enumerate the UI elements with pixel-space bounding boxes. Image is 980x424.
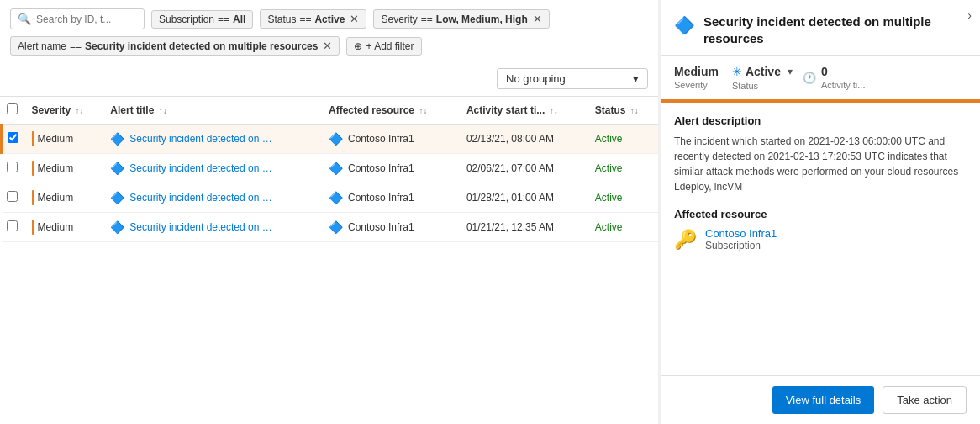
filter-chip-subscription: Subscription == All [151,10,253,29]
filter-chip-severity-close[interactable]: ✕ [533,13,542,25]
header-affected-resource: Affected resource ↑↓ [324,97,461,125]
affected-resource-sort-icon[interactable]: ↑↓ [419,106,427,115]
resource-icon-3: 🔷 [329,220,343,234]
panel-activity-count: 0 [821,65,866,78]
panel-status-value-row: ✳ Active ▾ [732,64,796,79]
header-activity-start: Activity start ti... ↑↓ [461,97,590,125]
status-spinner-icon: ✳ [732,65,742,78]
table-row[interactable]: Medium 🔷 Security incident detected on m… [2,154,659,183]
alert-icon-0: 🔷 [110,132,124,146]
alert-title-text-3: Security incident detected on m... [129,221,272,233]
filter-chip-alert-name-label: Alert name [18,40,66,52]
panel-status-label: Status [732,81,796,91]
grouping-bar: No grouping ▾ [0,61,658,97]
filter-chip-alert-name-value: Security incident detected on multiple r… [85,40,318,52]
row-activity-2: 01/28/21, 01:00 AM [461,183,590,213]
table-row[interactable]: Medium 🔷 Security incident detected on m… [2,125,659,154]
panel-close-button[interactable]: › [967,8,972,22]
alerts-table: Severity ↑↓ Alert title ↑↓ Affected reso… [0,97,658,242]
header-severity-label: Severity [32,104,71,116]
add-filter-button[interactable]: ⊕ + Add filter [346,37,421,56]
row-checkbox-0[interactable] [8,132,18,143]
filter-chip-status-value: Active [314,13,345,25]
row-severity-3: Medium [27,213,106,242]
severity-value-2: Medium [38,192,74,204]
resource-name-0: Contoso Infra1 [348,133,414,145]
header-affected-resource-label: Affected resource [329,104,414,116]
row-checkbox-3[interactable] [7,220,18,231]
resource-name-1: Contoso Infra1 [348,162,414,174]
header-status: Status ↑↓ [590,97,658,125]
panel-content: Alert description The incident which sta… [661,103,980,375]
add-filter-icon: ⊕ [354,40,362,52]
panel-header: › 🔷 Security incident detected on multip… [661,0,980,56]
alert-title-sort-icon[interactable]: ↑↓ [159,106,167,115]
row-severity-1: Medium [27,154,106,183]
row-alert-title-2: 🔷 Security incident detected on m... [105,183,324,213]
filter-chip-severity-label: Severity [381,13,417,25]
alert-icon-2: 🔷 [110,191,124,204]
panel-activity-label: Activity ti... [821,80,866,90]
row-status-1: Active [590,154,658,183]
row-checkbox-2[interactable] [7,191,18,202]
alert-title-text-0: Security incident detected on m... [129,133,272,145]
resource-info: Contoso Infra1 Subscription [705,227,777,252]
alert-title-text-2: Security incident detected on m... [129,192,272,204]
alert-icon-3: 🔷 [110,220,124,234]
filter-chip-alert-name: Alert name == Security incident detected… [10,36,340,56]
row-activity-3: 01/21/21, 12:35 AM [461,213,590,242]
grouping-dropdown[interactable]: No grouping ▾ [497,68,648,89]
resource-icon-1: 🔷 [329,162,343,175]
add-filter-label: + Add filter [366,40,414,52]
panel-status-item: ✳ Active ▾ Status [732,64,803,91]
panel-severity-item: Medium Severity [674,65,732,90]
header-alert-title-label: Alert title [110,104,154,116]
search-input[interactable] [36,13,129,25]
row-severity-0: Medium [27,125,106,154]
affected-resource-row: 🔑 Contoso Infra1 Subscription [674,227,967,252]
resource-icon-0: 🔷 [329,132,343,146]
filter-row-1: 🔍 Subscription == All Status == Active ✕ [10,8,648,29]
row-alert-title-1: 🔷 Security incident detected on m... [105,154,324,183]
table-row[interactable]: Medium 🔷 Security incident detected on m… [2,213,659,242]
search-box[interactable]: 🔍 [10,8,145,29]
select-all-checkbox[interactable] [7,103,18,114]
alert-title-text-1: Security incident detected on m... [129,162,272,174]
panel-status-row: Medium Severity ✳ Active ▾ Status 🕐 0 Ac… [661,56,980,103]
row-checkbox-cell [2,154,27,183]
row-resource-2: 🔷 Contoso Infra1 [324,183,461,213]
row-checkbox-cell [2,213,27,242]
row-activity-1: 02/06/21, 07:00 AM [461,154,590,183]
panel-activity-item: 🕐 0 Activity ti... [803,65,866,90]
row-checkbox-cell [2,125,27,154]
alert-icon-1: 🔷 [110,162,124,175]
filter-chip-subscription-value: All [233,13,245,25]
status-sort-icon[interactable]: ↑↓ [630,106,639,115]
panel-status-dropdown-button[interactable]: ▾ [784,64,796,79]
table-row[interactable]: Medium 🔷 Security incident detected on m… [2,183,659,213]
severity-sort-icon[interactable]: ↑↓ [76,106,84,115]
activity-sort-icon[interactable]: ↑↓ [550,106,558,115]
panel-footer: View full details Take action [661,375,980,424]
resource-link[interactable]: Contoso Infra1 [705,227,777,240]
row-checkbox-1[interactable] [7,162,18,172]
resource-key-icon: 🔑 [674,229,697,251]
filter-chip-severity: Severity == Low, Medium, High ✕ [373,9,549,29]
panel-severity-value: Medium [674,65,719,78]
view-full-details-button[interactable]: View full details [772,386,874,414]
header-severity: Severity ↑↓ [27,97,106,125]
severity-value-0: Medium [38,133,74,145]
search-icon: 🔍 [18,13,31,25]
grouping-label: No grouping [506,72,566,85]
filter-chip-alert-name-close[interactable]: ✕ [323,40,332,52]
grouping-chevron-icon: ▾ [633,72,639,85]
row-checkbox-cell [2,183,27,213]
row-resource-1: 🔷 Contoso Infra1 [324,154,461,183]
panel-title-row: 🔷 Security incident detected on multiple… [674,13,967,46]
panel-severity-label: Severity [674,80,719,90]
main-layout: 🔍 Subscription == All Status == Active ✕ [0,0,980,424]
filter-chip-status-close[interactable]: ✕ [350,13,359,25]
severity-value-1: Medium [38,162,74,174]
take-action-button[interactable]: Take action [883,386,967,414]
alerts-table-container: Severity ↑↓ Alert title ↑↓ Affected reso… [0,97,658,424]
